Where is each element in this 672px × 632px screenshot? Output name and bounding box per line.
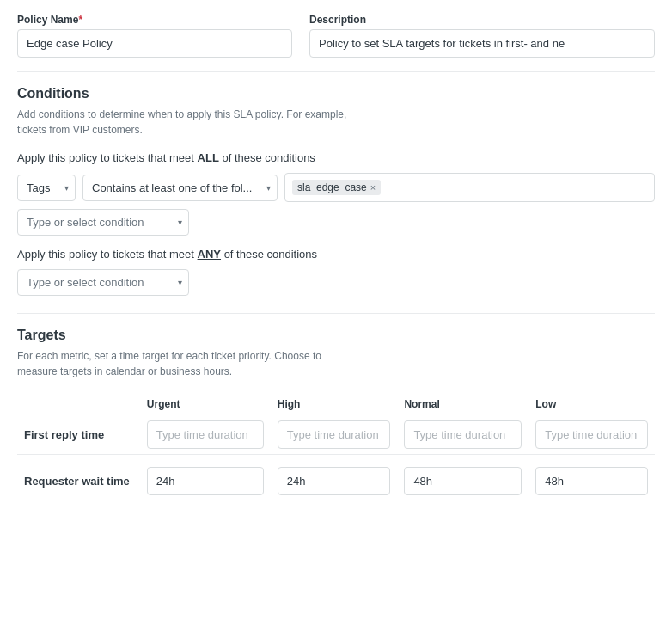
policy-name-description-row: Policy Name* Description — [17, 14, 655, 58]
policy-name-group: Policy Name* — [17, 14, 292, 58]
tag-input-wrapper[interactable]: sla_edge_case × — [284, 173, 655, 202]
all-conditions-header: Apply this policy to tickets that meet A… — [17, 151, 655, 164]
requester-wait-urgent-cell — [140, 455, 271, 501]
all-type-select-wrapper: Type or select condition ▾ — [17, 209, 189, 236]
conditions-desc: Add conditions to determine when to appl… — [17, 107, 655, 138]
first-reply-urgent-input[interactable] — [147, 420, 264, 449]
col-high: High — [271, 393, 398, 415]
first-reply-normal-input[interactable] — [404, 420, 522, 449]
description-group: Description — [309, 14, 655, 58]
first-reply-normal-cell — [397, 415, 528, 455]
requester-wait-low-input[interactable] — [535, 467, 648, 495]
any-conditions-header: Apply this policy to tickets that meet A… — [17, 248, 655, 261]
operator-dropdown[interactable]: Contains at least one of the fol... — [82, 175, 278, 201]
targets-title: Targets — [17, 328, 655, 343]
any-type-select[interactable]: Type or select condition — [17, 269, 189, 296]
description-input[interactable] — [309, 29, 655, 58]
targets-header-row: Urgent High Normal Low — [17, 393, 655, 415]
col-normal: Normal — [397, 393, 528, 415]
policy-name-input[interactable] — [17, 29, 292, 58]
targets-table: Urgent High Normal Low First reply time — [17, 393, 655, 500]
all-condition-row-2: Type or select condition ▾ — [17, 209, 655, 236]
empty-header — [17, 393, 140, 415]
col-low: Low — [528, 393, 655, 415]
targets-desc: For each metric, set a time target for e… — [17, 348, 655, 379]
first-reply-time-row: First reply time — [17, 415, 655, 455]
first-reply-high-input[interactable] — [278, 420, 391, 449]
type-dropdown-wrapper: Tags ▾ — [17, 175, 76, 201]
requester-wait-high-input[interactable] — [278, 467, 391, 495]
tag-remove-icon[interactable]: × — [370, 182, 376, 193]
requester-wait-normal-cell — [397, 455, 528, 501]
requester-wait-label: Requester wait time — [17, 455, 140, 501]
any-type-select-wrapper: Type or select condition ▾ — [17, 269, 189, 296]
policy-name-label: Policy Name* — [17, 14, 292, 26]
conditions-section: Conditions Add conditions to determine w… — [17, 86, 655, 296]
requester-wait-normal-input[interactable] — [404, 467, 522, 495]
requester-wait-high-cell — [271, 455, 398, 501]
all-type-select[interactable]: Type or select condition — [17, 209, 189, 236]
all-keyword: ALL — [198, 151, 219, 164]
first-reply-low-input[interactable] — [535, 420, 648, 449]
operator-dropdown-wrapper: Contains at least one of the fol... ▾ — [82, 175, 278, 201]
requester-wait-low-cell — [528, 455, 655, 501]
first-reply-high-cell — [271, 415, 398, 455]
first-reply-low-cell — [528, 415, 655, 455]
conditions-title: Conditions — [17, 86, 655, 101]
required-star: * — [78, 14, 82, 26]
all-condition-row-1: Tags ▾ Contains at least one of the fol.… — [17, 173, 655, 202]
tag-label: sla_edge_case — [297, 181, 367, 193]
any-condition-row-1: Type or select condition ▾ — [17, 269, 655, 296]
tag-sla-edge-case: sla_edge_case × — [292, 180, 381, 195]
first-reply-urgent-cell — [140, 415, 271, 455]
first-reply-label: First reply time — [17, 415, 140, 455]
divider-2 — [17, 313, 655, 314]
requester-wait-urgent-input[interactable] — [147, 467, 264, 495]
divider-1 — [17, 71, 655, 72]
description-label: Description — [309, 14, 655, 26]
col-urgent: Urgent — [140, 393, 271, 415]
requester-wait-time-row: Requester wait time — [17, 455, 655, 501]
type-dropdown[interactable]: Tags — [17, 175, 76, 201]
targets-section: Targets For each metric, set a time targ… — [17, 328, 655, 500]
any-keyword: ANY — [198, 248, 221, 261]
